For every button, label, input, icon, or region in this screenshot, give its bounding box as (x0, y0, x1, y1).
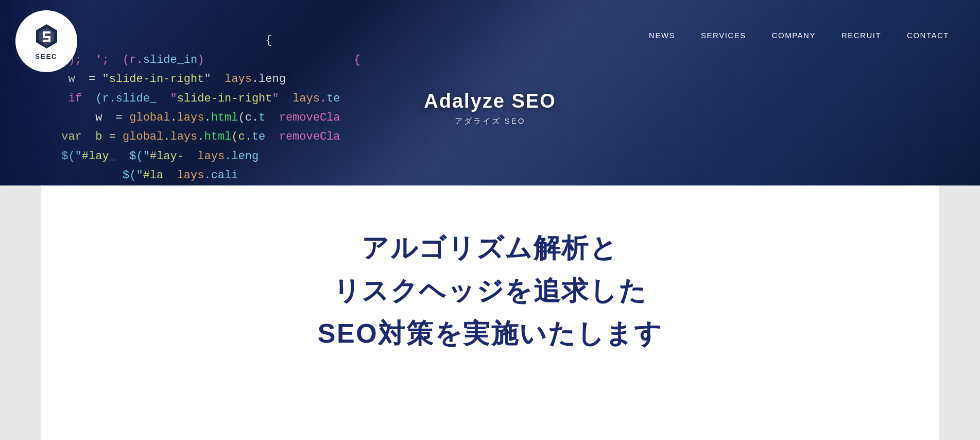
hero-main-title: Adalyze SEO (424, 90, 556, 112)
hero-title-container: Adalyze SEO アダライズ SEO (424, 90, 556, 126)
heading-line-2: リスクヘッジを追求した (333, 276, 647, 306)
code-line-7: $("#lay_ $("#lay- lays.leng (21, 147, 959, 166)
heading-line-3: SEO対策を実施いたします (318, 318, 663, 348)
side-panel-left (0, 185, 41, 440)
nav-news[interactable]: NEWS (649, 31, 675, 40)
nav-services[interactable]: SERVICES (701, 31, 746, 40)
main-content: アルゴリズム解析と リスクヘッジを追求した SEO対策を実施いたします (41, 185, 939, 440)
header: SEEC NEWS SERVICES COMPANY RECRUIT CONTA… (0, 0, 980, 72)
logo-text: SEEC (35, 53, 57, 60)
nav-company[interactable]: COMPANY (772, 31, 816, 40)
page-background: { )); '; (r.slide_in) { w = "slide-in-ri… (0, 0, 980, 440)
code-line-3: w = "slide-in-right" lays.leng (21, 70, 959, 89)
logo[interactable]: SEEC (15, 10, 77, 72)
nav-contact[interactable]: CONTACT (907, 31, 949, 40)
hero-sub-title: アダライズ SEO (424, 116, 556, 126)
seec-logo-icon (32, 22, 61, 50)
side-panel-right (939, 185, 980, 440)
main-nav: NEWS SERVICES COMPANY RECRUIT CONTACT (649, 10, 949, 40)
nav-recruit[interactable]: RECRUIT (841, 31, 881, 40)
code-line-8: $("#la lays.cali (21, 166, 959, 185)
heading-line-1: アルゴリズム解析と (362, 233, 618, 263)
code-line-6: var b = global.lays.html(c.te removeCla (21, 127, 959, 146)
main-heading: アルゴリズム解析と リスクヘッジを追求した SEO対策を実施いたします (318, 227, 663, 356)
